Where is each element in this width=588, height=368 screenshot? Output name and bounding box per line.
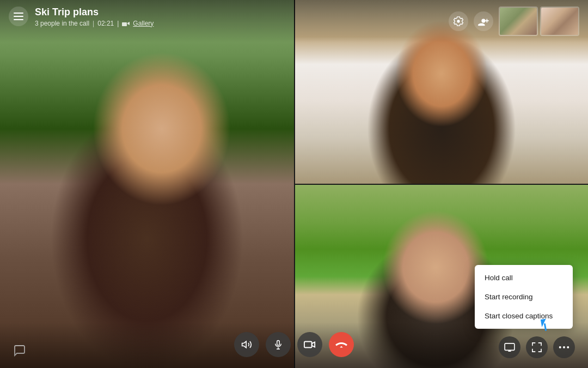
svg-rect-2 xyxy=(14,19,23,20)
gallery-view-btn[interactable]: Gallery xyxy=(133,20,154,27)
menu-icon xyxy=(14,13,23,20)
subtitle-separator2: | xyxy=(117,20,119,27)
speaker-button[interactable] xyxy=(234,332,259,357)
end-call-button[interactable] xyxy=(329,332,354,357)
settings-button[interactable] xyxy=(449,11,468,31)
screen-share-button[interactable] xyxy=(499,336,520,358)
people-count: 3 people in the call xyxy=(35,20,89,27)
svg-rect-0 xyxy=(14,13,23,14)
menu-item-start-closed-captions[interactable]: Start closed captions xyxy=(475,306,573,325)
header-right xyxy=(449,7,579,36)
subtitle-separator: | xyxy=(93,20,94,27)
call-timer: 02:21 xyxy=(97,20,114,27)
call-subtitle: 3 people in the call | 02:21 | Gallery xyxy=(35,20,154,27)
more-options-button[interactable] xyxy=(553,336,575,358)
menu-button[interactable] xyxy=(9,7,28,26)
video-button[interactable] xyxy=(297,332,322,357)
bottom-right-icons xyxy=(499,336,575,358)
svg-point-10 xyxy=(567,346,569,348)
fullscreen-button[interactable] xyxy=(526,336,548,358)
svg-point-9 xyxy=(563,346,565,348)
context-menu: Hold call Start recording Start closed c… xyxy=(475,265,573,329)
screen-share-icon xyxy=(504,343,515,352)
menu-item-hold-call[interactable]: Hold call xyxy=(475,268,573,287)
add-person-icon xyxy=(478,16,489,26)
microphone-icon xyxy=(273,339,283,350)
mute-button[interactable] xyxy=(266,332,291,357)
svg-rect-3 xyxy=(122,22,127,26)
speaker-icon xyxy=(241,339,252,350)
svg-rect-1 xyxy=(14,16,23,17)
header-left: Ski Trip plans 3 people in the call | 02… xyxy=(9,7,154,27)
end-call-icon xyxy=(335,341,347,348)
call-title: Ski Trip plans xyxy=(35,7,154,19)
svg-rect-5 xyxy=(277,341,280,346)
svg-rect-7 xyxy=(505,343,514,350)
call-info: Ski Trip plans 3 people in the call | 02… xyxy=(35,7,154,27)
settings-icon xyxy=(454,16,463,26)
avatar-thumbnail-1[interactable] xyxy=(499,7,538,36)
svg-rect-6 xyxy=(304,342,312,348)
video-icon xyxy=(304,340,316,349)
svg-marker-4 xyxy=(242,341,247,348)
svg-point-8 xyxy=(559,346,561,348)
fullscreen-icon xyxy=(532,342,542,352)
menu-item-start-recording[interactable]: Start recording xyxy=(475,287,573,306)
avatars-strip xyxy=(499,7,579,36)
avatar-thumbnail-2[interactable] xyxy=(540,7,579,36)
video-quality-icon xyxy=(122,21,130,26)
more-dots-icon xyxy=(559,346,569,349)
add-person-button[interactable] xyxy=(474,11,493,31)
video-tile-main xyxy=(0,0,294,368)
header: Ski Trip plans 3 people in the call | 02… xyxy=(0,0,588,43)
